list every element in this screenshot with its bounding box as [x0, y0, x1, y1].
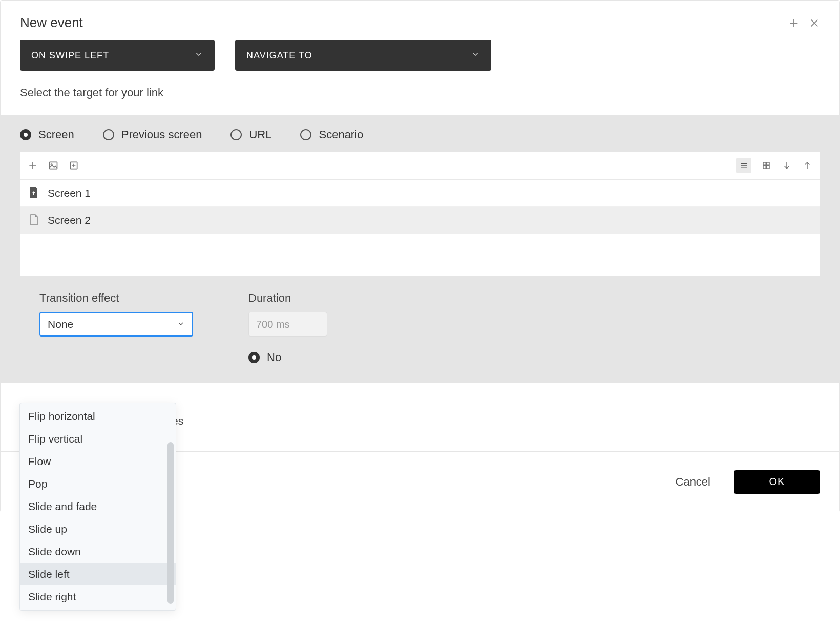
dropdown-option-highlighted[interactable]: Slide left [20, 563, 176, 585]
target-type-url[interactable]: URL [230, 128, 271, 141]
transition-effect-dropdown[interactable]: Flip horizontal Flip vertical Flow Pop S… [19, 403, 176, 611]
screen-list-toolbar [20, 152, 820, 180]
radio-icon [20, 129, 31, 140]
transition-effect-select[interactable]: None [39, 312, 193, 337]
radio-icon [248, 352, 260, 363]
radio-label: Scenario [319, 128, 363, 141]
add-icon[interactable] [788, 17, 800, 29]
link-target-prompt: Select the target for your link [1, 86, 839, 115]
dropdown-option[interactable]: Slide up [20, 518, 176, 540]
target-type-radio-group: Screen Previous screen URL Scenario [20, 128, 820, 141]
no-radio[interactable]: No [248, 351, 327, 364]
list-view-icon[interactable] [736, 158, 751, 173]
svg-rect-5 [763, 166, 766, 169]
trigger-select-label: ON SWIPE LEFT [31, 50, 109, 61]
radio-label: Previous screen [121, 128, 202, 141]
dropdown-option[interactable]: Flow [20, 450, 176, 473]
sort-up-icon[interactable] [802, 160, 813, 171]
new-screen-icon[interactable] [27, 160, 38, 171]
dropdown-option[interactable]: Flip horizontal [20, 405, 176, 428]
screen-row-label: Screen 2 [48, 214, 91, 226]
chevron-down-icon [471, 50, 480, 61]
dropdown-option[interactable]: Slide and fade [20, 495, 176, 518]
action-select[interactable]: NAVIGATE TO [235, 40, 491, 71]
dropdown-option[interactable]: Slide down [20, 540, 176, 563]
sort-down-icon[interactable] [781, 160, 792, 171]
dropdown-option[interactable]: Pop [20, 473, 176, 495]
radio-label: No [267, 351, 281, 364]
screen-row[interactable]: Screen 2 [20, 207, 820, 234]
svg-rect-3 [763, 162, 766, 165]
target-type-scenario[interactable]: Scenario [300, 128, 363, 141]
home-screen-icon [29, 187, 39, 199]
svg-rect-4 [767, 162, 769, 165]
dropdown-option[interactable]: Slide right [20, 585, 176, 608]
close-icon[interactable] [809, 17, 820, 29]
ok-button[interactable]: OK [734, 470, 820, 494]
duration-label: Duration [248, 291, 327, 305]
screen-row[interactable]: Screen 1 [20, 180, 820, 207]
screen-row-label: Screen 1 [48, 187, 91, 199]
radio-label: URL [249, 128, 271, 141]
image-icon[interactable] [48, 160, 59, 171]
dialog-title: New event [20, 15, 83, 31]
dialog-header: New event [1, 1, 839, 40]
grid-view-icon[interactable] [761, 160, 772, 171]
scrollbar[interactable] [167, 442, 174, 604]
link-target-panel: Screen Previous screen URL Scenario [1, 115, 839, 383]
screen-list: Screen 1 Screen 2 [20, 152, 820, 276]
dropdown-option[interactable]: Flip vertical [20, 428, 176, 450]
duration-input[interactable]: 700 ms [248, 312, 327, 337]
transition-effect-value: None [48, 318, 73, 330]
action-select-label: NAVIGATE TO [246, 50, 312, 61]
svg-rect-6 [767, 166, 769, 169]
radio-icon [103, 129, 114, 140]
chevron-down-icon [194, 50, 203, 61]
target-type-screen[interactable]: Screen [20, 128, 74, 141]
trigger-select[interactable]: ON SWIPE LEFT [20, 40, 215, 71]
target-type-previous-screen[interactable]: Previous screen [103, 128, 202, 141]
transition-effect-label: Transition effect [39, 291, 193, 305]
radio-icon [300, 129, 311, 140]
chevron-down-icon [177, 318, 185, 330]
add-page-icon[interactable] [68, 160, 79, 171]
radio-label: Screen [38, 128, 74, 141]
radio-icon [230, 129, 242, 140]
screen-list-empty-space [20, 234, 820, 276]
page-icon [29, 214, 39, 226]
svg-rect-0 [50, 162, 57, 169]
duration-value: 700 ms [256, 319, 290, 330]
cancel-button[interactable]: Cancel [676, 475, 710, 489]
